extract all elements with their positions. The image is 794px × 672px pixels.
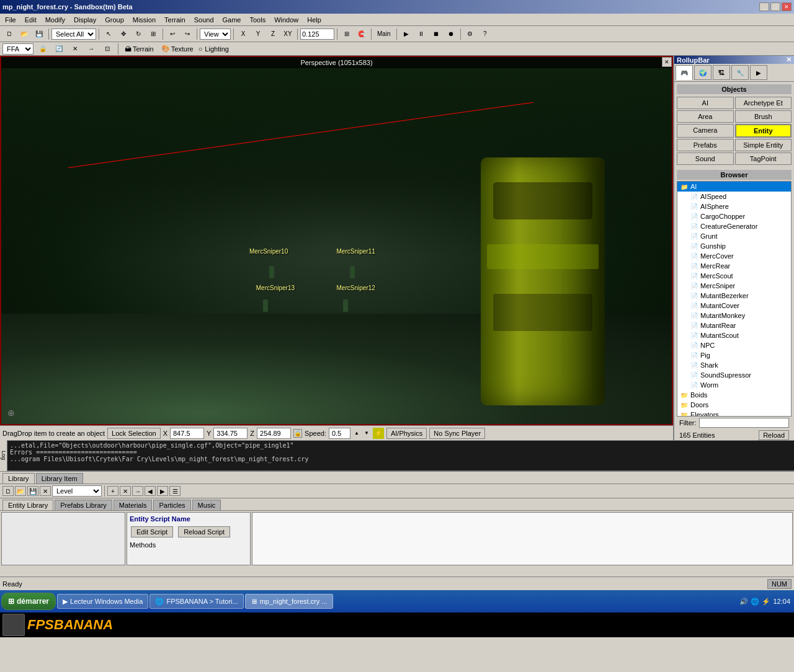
grid-btn[interactable]: ⊞ — [340, 28, 354, 40]
menu-mission[interactable]: Mission — [129, 15, 159, 25]
obj-entity-btn[interactable]: Entity — [735, 124, 792, 138]
maximize-button[interactable]: □ — [770, 2, 780, 11]
browser-item-pig[interactable]: 📄 Pig — [677, 350, 791, 360]
menu-edit[interactable]: Edit — [21, 15, 40, 25]
settings-btn[interactable]: ⚙ — [463, 28, 477, 40]
lock-icon[interactable]: 🔒 — [293, 429, 302, 438]
taskbar-item-media[interactable]: ▶ Lecteur Windows Media — [57, 594, 148, 609]
browser-item-boids[interactable]: 📁 Boids — [677, 390, 791, 400]
close-btn2[interactable]: ✕ — [68, 43, 82, 55]
browser-item-mutantcover[interactable]: 📄 MutantCover — [677, 301, 791, 311]
select-tool[interactable]: ↖ — [102, 28, 115, 40]
viewport-canvas[interactable]: MercSniper10 MercSniper11 MercSniper13 M… — [1, 57, 672, 424]
browser-item-merccover[interactable]: 📄 MercCover — [677, 251, 791, 261]
particles-tab[interactable]: Particles — [153, 500, 190, 510]
x-value-field[interactable]: 847.5 — [170, 428, 204, 439]
browser-item-mercrear[interactable]: 📄 MercRear — [677, 261, 791, 271]
view-dropdown[interactable]: View — [200, 29, 231, 40]
browser-item-aisphere[interactable]: 📄 AISphere — [677, 201, 791, 211]
help-btn2[interactable]: ? — [478, 28, 492, 40]
rb-tab-1[interactable]: 🎮 — [676, 65, 693, 80]
y-value-field[interactable]: 334.75 — [213, 428, 248, 439]
menu-tools[interactable]: Tools — [246, 15, 269, 25]
lib-list-btn[interactable]: ☰ — [169, 486, 181, 496]
materials-tab[interactable]: Materials — [114, 500, 153, 510]
z-value-field[interactable]: 254.89 — [257, 428, 291, 439]
rb-tab-5[interactable]: ▶ — [750, 65, 767, 80]
scale-value-input[interactable] — [300, 29, 334, 40]
redo-btn[interactable]: ↪ — [181, 28, 194, 40]
taskbar-item-editor[interactable]: 🖥 mp_night_forest.cry ... — [245, 594, 333, 609]
lock-selection-btn[interactable]: Lock Selection — [107, 428, 161, 439]
lib-close-btn[interactable]: ✕ — [40, 486, 51, 496]
save-btn[interactable]: 💾 — [32, 28, 46, 40]
browser-item-soundsup[interactable]: 📄 SoundSupressor — [677, 370, 791, 380]
browser-item-doors[interactable]: 📁 Doors — [677, 400, 791, 410]
lib-del-btn[interactable]: ✕ — [120, 486, 131, 496]
minimize-button[interactable]: _ — [759, 2, 769, 11]
ai-physics-btn[interactable]: AI/Physics — [386, 428, 427, 439]
lock-btn2[interactable]: 🔒 — [36, 43, 50, 55]
lib-prev-btn[interactable]: ◀ — [145, 486, 156, 496]
lib-open-btn[interactable]: 📂 — [15, 486, 26, 496]
menu-group[interactable]: Group — [101, 15, 128, 25]
new-btn[interactable]: 🗋 — [2, 28, 16, 40]
log-tab[interactable]: Log — [0, 440, 7, 471]
lib-next-btn[interactable]: ▶ — [157, 486, 168, 496]
entity-library-tab[interactable]: Entity Library — [2, 500, 53, 510]
snap-btn[interactable]: 🧲 — [355, 28, 368, 40]
browser-item-elevators[interactable]: 📁 Elevators — [677, 410, 791, 417]
refresh-btn[interactable]: 🔄 — [52, 43, 66, 55]
menu-sound[interactable]: Sound — [190, 15, 218, 25]
lib-new-btn[interactable]: 🗋 — [2, 486, 14, 496]
rb-tab-2[interactable]: 🌍 — [694, 65, 711, 80]
expand-btn[interactable]: ⊡ — [100, 43, 114, 55]
obj-prefabs-btn[interactable]: Prefabs — [677, 139, 734, 151]
ffa-dropdown[interactable]: FFA — [2, 43, 33, 55]
rotate-tool[interactable]: ↻ — [132, 28, 145, 40]
browser-item-mercscout[interactable]: 📄 MercScout — [677, 271, 791, 281]
viewport-close-btn[interactable]: ✕ — [662, 57, 672, 67]
physics-icon[interactable]: ⚡ — [373, 428, 384, 439]
select-mode-dropdown[interactable]: Select All — [51, 29, 96, 40]
close-button[interactable]: ✕ — [782, 2, 792, 11]
reload-btn[interactable]: Reload — [759, 430, 789, 440]
open-btn[interactable]: 📂 — [17, 28, 31, 40]
scale-tool[interactable]: ⊞ — [146, 28, 160, 40]
obj-camera-btn[interactable]: Camera — [677, 124, 734, 138]
obj-area-btn[interactable]: Area — [677, 110, 734, 123]
filter-input[interactable] — [699, 418, 790, 428]
menu-help[interactable]: Help — [303, 15, 325, 25]
play-btn[interactable]: ▶ — [399, 28, 413, 40]
menu-window[interactable]: Window — [270, 15, 302, 25]
obj-archetype-btn[interactable]: Archetype Et — [735, 97, 792, 109]
browser-item-creaturegen[interactable]: 📄 CreatureGenerator — [677, 221, 791, 231]
obj-tagpoint-btn[interactable]: TagPoint — [735, 153, 792, 165]
browser-item-mutantrear[interactable]: 📄 MutantRear — [677, 321, 791, 330]
xy-axis[interactable]: XY — [281, 28, 295, 40]
fpsbanana-logo[interactable]: FPSBANANA — [2, 614, 113, 636]
menu-file[interactable]: File — [1, 15, 20, 25]
obj-simple-entity-btn[interactable]: Simple Entity — [735, 139, 792, 151]
speed-down[interactable]: ▼ — [363, 428, 370, 439]
browser-item-shark[interactable]: 📄 Shark — [677, 360, 791, 370]
prefabs-library-tab[interactable]: Prefabs Library — [55, 500, 112, 510]
browser-item-grunt[interactable]: 📄 Grunt — [677, 231, 791, 241]
menu-display[interactable]: Display — [70, 15, 100, 25]
browser-item-gunship[interactable]: 📄 Gunship — [677, 241, 791, 251]
move-tool[interactable]: ✥ — [117, 28, 130, 40]
browser-item-worm[interactable]: 📄 Worm — [677, 380, 791, 390]
x-axis[interactable]: X — [236, 28, 250, 40]
browser-item-npc[interactable]: 📄 NPC — [677, 340, 791, 350]
rec-btn[interactable]: ⏺ — [444, 28, 458, 40]
rb-tab-4[interactable]: 🔧 — [731, 65, 749, 80]
y-axis[interactable]: Y — [251, 28, 265, 40]
z-axis[interactable]: Z — [266, 28, 280, 40]
reload-script-btn[interactable]: Reload Script — [178, 526, 230, 537]
edit-script-btn[interactable]: Edit Script — [131, 526, 173, 537]
lib-add-btn[interactable]: + — [107, 486, 118, 496]
speed-field[interactable]: 0.5 — [329, 428, 350, 439]
arrow-btn[interactable]: → — [84, 43, 98, 55]
lib-save-btn[interactable]: 💾 — [27, 486, 38, 496]
lib-arr-btn[interactable]: → — [132, 486, 143, 496]
